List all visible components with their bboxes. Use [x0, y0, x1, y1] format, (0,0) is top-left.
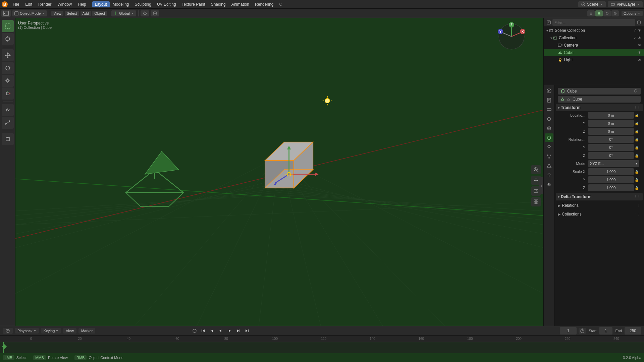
props-tab-view-layer[interactable] — [545, 105, 553, 114]
props-tab-world[interactable] — [545, 124, 553, 133]
options-btn[interactable]: Options — [622, 11, 643, 16]
scale-z-lock[interactable]: 🔒 — [635, 186, 639, 190]
zoom-to-cursor[interactable] — [531, 165, 541, 174]
timeline-view-menu[interactable]: View — [63, 328, 76, 334]
workspace-shading[interactable]: Shading — [208, 1, 228, 7]
rotation-y-lock[interactable]: 🔒 — [635, 146, 639, 149]
viewlayer-block[interactable]: ViewLayer — [608, 1, 643, 7]
rotation-mode-dropdown[interactable]: XYZ E... ▾ — [588, 160, 639, 167]
collections-header[interactable]: ▶ Collections ⋮⋮ — [556, 210, 643, 218]
outliner-search[interactable] — [552, 19, 635, 26]
tool-move[interactable] — [2, 49, 14, 61]
workspace-uv-editing[interactable]: UV Editing — [154, 1, 179, 7]
scale-x-lock[interactable]: 🔒 — [635, 170, 639, 174]
scale-y-lock[interactable]: 🔒 — [635, 178, 639, 182]
outliner-camera-eye[interactable]: 👁 — [638, 43, 641, 47]
menu-help[interactable]: Help — [75, 1, 89, 7]
mode-selector[interactable]: Object Mode — [12, 10, 47, 16]
proportional-edit[interactable] — [151, 10, 159, 16]
viewport-shading-options[interactable] — [587, 10, 619, 16]
workspace-rendering[interactable]: Rendering — [252, 1, 276, 7]
props-tab-material[interactable] — [545, 180, 553, 189]
shading-material[interactable] — [603, 10, 611, 16]
props-tab-render[interactable] — [545, 86, 553, 95]
transform-section-header[interactable]: ▾ Transform ⋮⋮ — [556, 104, 643, 111]
rotation-mode-dot[interactable]: · — [639, 161, 641, 166]
tool-cursor[interactable] — [2, 33, 14, 45]
marker-menu[interactable]: Marker — [78, 328, 95, 334]
outliner-collection[interactable]: ▾ Collection ✓ 👁 — [544, 34, 644, 42]
workspace-sculpting[interactable]: Sculpting — [132, 1, 154, 7]
rotation-x-lock[interactable]: 🔒 — [635, 138, 639, 141]
shading-wireframe[interactable] — [587, 10, 595, 16]
fake-user-icon[interactable] — [633, 89, 638, 94]
view-menu[interactable]: View — [51, 11, 63, 16]
outliner-light-eye[interactable]: 👁 — [638, 58, 641, 62]
add-menu[interactable]: Add — [80, 11, 91, 16]
start-frame-input[interactable] — [599, 327, 612, 335]
shading-solid[interactable] — [595, 10, 603, 16]
object-menu[interactable]: Object — [92, 11, 107, 16]
tool-select[interactable] — [2, 20, 14, 32]
viewport-gizmo[interactable]: Z X Y — [496, 21, 527, 52]
menu-window[interactable]: Window — [55, 1, 74, 7]
location-y-lock[interactable]: 🔒 — [635, 122, 639, 125]
props-tab-constraints[interactable] — [545, 171, 553, 180]
props-tab-output[interactable] — [545, 96, 553, 105]
workspace-animation[interactable]: Animation — [229, 1, 252, 7]
tool-measure[interactable] — [2, 117, 14, 129]
scale-x-dot[interactable]: · — [639, 169, 641, 174]
props-tab-scene[interactable] — [545, 115, 553, 123]
current-frame-input[interactable] — [560, 327, 577, 335]
viewport-3d[interactable]: User Perspective (1) Collection | Cube Z… — [15, 18, 543, 353]
relations-header[interactable]: ▶ Relations ⋮⋮ — [556, 202, 643, 209]
play-btn-to-start[interactable] — [200, 327, 207, 335]
workspace-texture-paint[interactable]: Texture Paint — [179, 1, 208, 7]
location-x-dot[interactable]: · — [639, 113, 641, 118]
scale-x-value[interactable]: 1.000 — [588, 168, 634, 175]
toggle-quad-view[interactable] — [531, 197, 541, 206]
play-btn-play[interactable] — [226, 327, 233, 335]
rotation-x-value[interactable]: 0° — [588, 136, 634, 143]
play-btn-to-end[interactable] — [243, 327, 251, 335]
timeline-editor-type[interactable] — [3, 328, 13, 334]
scale-z-dot[interactable]: · — [639, 185, 641, 190]
workspace-modeling[interactable]: Modeling — [110, 1, 132, 7]
rotation-x-dot[interactable]: · — [639, 137, 641, 142]
location-x-lock[interactable]: 🔒 — [635, 114, 639, 117]
props-tab-modifiers[interactable] — [545, 143, 553, 152]
pan-view[interactable] — [531, 176, 541, 185]
outliner-light[interactable]: ▶ Light 👁 — [544, 56, 644, 64]
rotation-z-lock[interactable]: 🔒 — [635, 154, 639, 158]
play-btn-prev-key[interactable] — [208, 327, 216, 335]
transform-orient[interactable]: Global — [111, 10, 136, 16]
rotation-y-dot[interactable]: · — [639, 145, 641, 150]
play-btn-record[interactable] — [191, 327, 198, 335]
editor-type-selector[interactable] — [1, 10, 11, 17]
location-y-dot[interactable]: · — [639, 121, 641, 126]
props-tab-particles[interactable] — [545, 152, 553, 161]
scene-block[interactable]: Scene — [578, 1, 606, 7]
snap-toggle[interactable] — [141, 10, 149, 16]
location-z-dot[interactable]: · — [639, 129, 641, 134]
shading-rendered[interactable] — [611, 10, 619, 16]
rotation-z-value[interactable]: 0° — [588, 152, 634, 159]
tool-rotate[interactable] — [2, 62, 14, 74]
end-frame-input[interactable] — [625, 327, 641, 335]
props-tab-physics[interactable] — [545, 162, 553, 170]
scale-y-dot[interactable]: · — [639, 177, 641, 182]
outliner-eye[interactable]: 👁 — [638, 28, 641, 33]
tool-transform[interactable] — [2, 87, 14, 100]
delta-transform-header[interactable]: ▾ Delta Transform ⋮⋮ — [556, 193, 643, 200]
location-y-value[interactable]: 0 m — [588, 120, 634, 127]
outliner-filter-icon[interactable] — [637, 20, 641, 25]
tool-scale[interactable] — [2, 75, 14, 87]
tool-add-cube[interactable] — [2, 133, 14, 145]
rotation-y-value[interactable]: 0° — [588, 144, 634, 151]
play-btn-prev[interactable] — [217, 327, 224, 335]
outliner-collection-eye[interactable]: 👁 — [638, 36, 641, 40]
keying-menu[interactable]: Keying — [41, 328, 61, 334]
location-z-lock[interactable]: 🔒 — [635, 130, 639, 133]
location-x-value[interactable]: 0 m — [588, 112, 634, 119]
blender-logo[interactable]: B — [1, 1, 8, 8]
